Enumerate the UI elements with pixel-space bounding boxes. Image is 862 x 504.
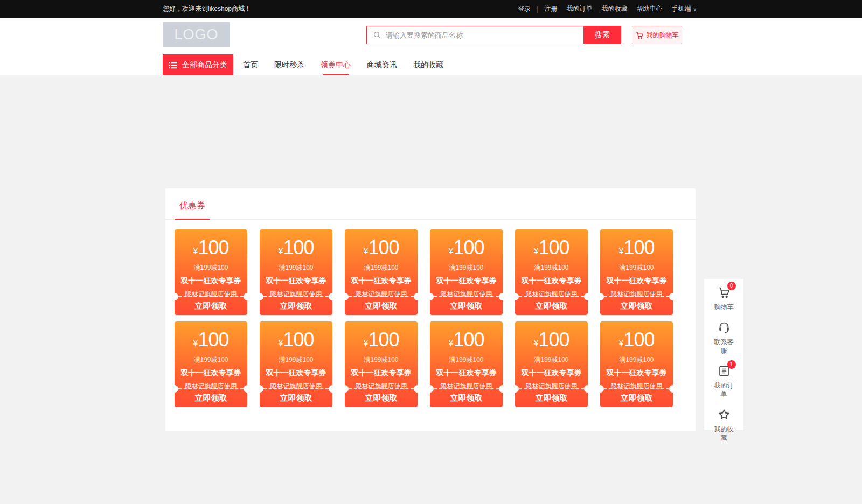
- claim-coupon-button[interactable]: 立即领取: [260, 297, 332, 315]
- my-favorites-link[interactable]: 我的收藏: [601, 4, 627, 13]
- coupon-card: ¥100 满199减100 双十一狂欢专享券 限林记旗舰店使用 立即领取: [430, 321, 503, 407]
- sidebar-item-my-favorites[interactable]: 我的收藏: [714, 408, 734, 442]
- orders-count-badge: 1: [727, 360, 736, 369]
- coupon-card: ¥100 满199减100 双十一狂欢专享券 限林记旗舰店使用 立即领取: [600, 229, 673, 315]
- coupon-title: 双十一狂欢专享券: [430, 276, 503, 286]
- sidebar-item-my-orders[interactable]: 1 我的订单: [714, 364, 734, 398]
- login-link[interactable]: 登录: [518, 4, 531, 13]
- nav-item-coupon-center[interactable]: 领券中心: [321, 54, 351, 75]
- float-sidebar: 0 购物车 联系客服 1 我的订单: [704, 279, 743, 430]
- coupon-value: 100: [453, 328, 484, 351]
- mobile-link[interactable]: 手机端∨: [671, 4, 697, 13]
- logo[interactable]: LOGO: [163, 22, 230, 47]
- claim-coupon-button[interactable]: 立即领取: [175, 389, 247, 407]
- coupon-amount: ¥100: [175, 229, 247, 262]
- sidebar-item-label: 联系客服: [714, 338, 734, 355]
- sidebar-item-label: 购物车: [714, 303, 734, 311]
- coupon-title: 双十一狂欢专享券: [345, 368, 418, 378]
- coupon-card: ¥100 满199减100 双十一狂欢专享券 限林记旗舰店使用 立即领取: [345, 229, 418, 315]
- coupon-value: 100: [453, 236, 484, 258]
- search-button[interactable]: 搜索: [583, 26, 621, 44]
- coupon-condition: 满199减100: [260, 355, 332, 365]
- headset-icon: [717, 320, 731, 334]
- coupon-card: ¥100 满199减100 双十一狂欢专享券 限林记旗舰店使用 立即领取: [600, 321, 673, 407]
- coupon-title: 双十一狂欢专享券: [430, 368, 503, 378]
- search-input[interactable]: [386, 26, 583, 44]
- coupon-condition: 满199减100: [345, 355, 418, 365]
- coupon-amount: ¥100: [600, 321, 673, 354]
- topbar-divider: |: [537, 5, 538, 13]
- main-nav: 全部商品分类 首页 限时秒杀 领券中心 商城资讯 我的收藏: [163, 54, 443, 75]
- coupon-card: ¥100 满199减100 双十一狂欢专享券 限林记旗舰店使用 立即领取: [515, 321, 588, 407]
- coupon-amount: ¥100: [430, 321, 503, 354]
- coupon-tab-row: 优惠券: [165, 188, 696, 220]
- coupon-value: 100: [198, 328, 228, 351]
- coupon-title: 双十一狂欢专享券: [600, 276, 673, 286]
- sidebar-item-customer-service[interactable]: 联系客服: [714, 320, 734, 355]
- coupon-condition: 满199减100: [600, 355, 673, 365]
- coupon-condition: 满199减100: [345, 263, 418, 272]
- chevron-down-icon: ∨: [693, 6, 697, 12]
- register-link[interactable]: 注册: [544, 4, 557, 13]
- category-list-icon: [169, 61, 177, 69]
- coupon-center-panel: 优惠券 ¥100 满199减100 双十一狂欢专享券 限林记旗舰店使用 立即领取…: [165, 188, 696, 431]
- coupon-card: ¥100 满199减100 双十一狂欢专享券 限林记旗舰店使用 立即领取: [175, 321, 247, 407]
- claim-coupon-button[interactable]: 立即领取: [345, 389, 418, 407]
- coupon-amount: ¥100: [260, 229, 332, 262]
- coupon-amount: ¥100: [600, 229, 673, 262]
- coupon-value: 100: [368, 328, 399, 351]
- coupon-title: 双十一狂欢专享券: [175, 368, 247, 378]
- coupon-amount: ¥100: [345, 321, 418, 354]
- sidebar-item-label: 我的收藏: [714, 425, 734, 442]
- topbar-links: 登录 | 注册 我的订单 我的收藏 帮助中心 手机端∨: [518, 4, 697, 13]
- nav-item-home[interactable]: 首页: [243, 54, 258, 75]
- sidebar-item-cart[interactable]: 0 购物车: [714, 285, 734, 311]
- sidebar-item-label: 我的订单: [714, 381, 734, 398]
- nav-item-my-favorites[interactable]: 我的收藏: [413, 54, 443, 75]
- claim-coupon-button[interactable]: 立即领取: [515, 297, 588, 315]
- tab-coupons[interactable]: 优惠券: [175, 188, 210, 220]
- coupon-condition: 满199减100: [515, 263, 588, 272]
- claim-coupon-button[interactable]: 立即领取: [260, 389, 332, 407]
- coupon-amount: ¥100: [260, 321, 332, 354]
- coupon-value: 100: [368, 236, 399, 258]
- header: LOGO 搜索 我的购物车: [0, 18, 862, 75]
- my-orders-link[interactable]: 我的订单: [566, 4, 592, 13]
- coupon-value: 100: [283, 236, 314, 258]
- cart-icon: [636, 31, 644, 39]
- claim-coupon-button[interactable]: 立即领取: [430, 297, 503, 315]
- coupon-value: 100: [623, 236, 654, 258]
- all-categories-button[interactable]: 全部商品分类: [163, 54, 233, 75]
- coupon-amount: ¥100: [515, 321, 588, 354]
- coupon-card: ¥100 满199减100 双十一狂欢专享券 限林记旗舰店使用 立即领取: [175, 229, 247, 315]
- nav-item-mall-news[interactable]: 商城资讯: [367, 54, 397, 75]
- nav-item-flash-sale[interactable]: 限时秒杀: [274, 54, 304, 75]
- coupon-card: ¥100 满199减100 双十一狂欢专享券 限林记旗舰店使用 立即领取: [260, 229, 332, 315]
- cart-count-badge: 0: [727, 282, 736, 290]
- coupon-condition: 满199减100: [175, 355, 247, 365]
- coupon-condition: 满199减100: [430, 263, 503, 272]
- welcome-text: 您好，欢迎来到likeshop商城！: [163, 4, 251, 13]
- coupon-title: 双十一狂欢专享券: [345, 276, 418, 286]
- coupon-title: 双十一狂欢专享券: [175, 276, 247, 286]
- coupon-title: 双十一狂欢专享券: [515, 368, 588, 378]
- my-cart-button[interactable]: 我的购物车: [632, 26, 682, 44]
- coupon-value: 100: [538, 328, 569, 351]
- cart-icon: 0: [717, 285, 731, 299]
- claim-coupon-button[interactable]: 立即领取: [430, 389, 503, 407]
- search-icon: [373, 31, 381, 39]
- claim-coupon-button[interactable]: 立即领取: [515, 389, 588, 407]
- coupon-amount: ¥100: [430, 229, 503, 262]
- coupon-title: 双十一狂欢专享券: [600, 368, 673, 378]
- claim-coupon-button[interactable]: 立即领取: [175, 297, 247, 315]
- coupon-condition: 满199减100: [260, 263, 332, 272]
- claim-coupon-button[interactable]: 立即领取: [600, 389, 673, 407]
- claim-coupon-button[interactable]: 立即领取: [600, 297, 673, 315]
- coupon-condition: 满199减100: [175, 263, 247, 272]
- coupon-card: ¥100 满199减100 双十一狂欢专享券 限林记旗舰店使用 立即领取: [430, 229, 503, 315]
- coupon-amount: ¥100: [175, 321, 247, 354]
- coupon-value: 100: [283, 328, 314, 351]
- claim-coupon-button[interactable]: 立即领取: [345, 297, 418, 315]
- help-center-link[interactable]: 帮助中心: [636, 4, 662, 13]
- coupon-title: 双十一狂欢专享券: [260, 368, 332, 378]
